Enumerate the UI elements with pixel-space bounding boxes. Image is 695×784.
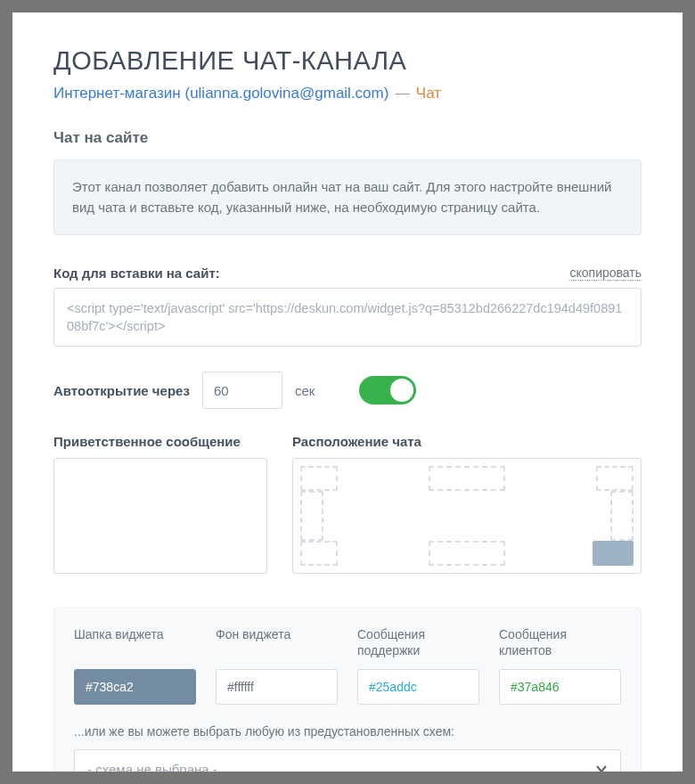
scheme-select[interactable]: - схема не выбрана -: [74, 749, 621, 772]
embed-code-section: Код для вставки на сайт: скопировать <sc…: [53, 265, 642, 347]
scheme-hint: ...или же вы можете выбрать любую из пре…: [74, 724, 621, 739]
auto-open-toggle[interactable]: [359, 376, 416, 404]
copy-code-link[interactable]: скопировать: [569, 265, 642, 281]
colors-panel: Шапка виджета #738ca2 Фон виджета #fffff…: [53, 608, 642, 772]
color-bg-label: Фон виджета: [216, 626, 338, 658]
breadcrumb: Интернет-магазин (ulianna.golovina@gmail…: [53, 85, 642, 102]
toggle-knob: [390, 379, 413, 402]
position-middle-left[interactable]: [300, 491, 323, 541]
position-middle-right[interactable]: [610, 491, 634, 541]
color-client-input[interactable]: #37a846: [499, 669, 621, 705]
page-title: ДОБАВЛЕНИЕ ЧАТ-КАНАЛА: [53, 46, 642, 76]
position-top-left[interactable]: [300, 466, 338, 491]
position-selected-indicator: [593, 541, 634, 566]
chat-position-label: Расположение чата: [292, 434, 642, 449]
section-heading: Чат на сайте: [53, 129, 642, 147]
embed-code-box[interactable]: <script type='text/javascript' src='http…: [53, 288, 642, 347]
settings-panel: ДОБАВЛЕНИЕ ЧАТ-КАНАЛА Интернет-магазин (…: [12, 12, 683, 772]
breadcrumb-separator: —: [395, 85, 410, 102]
color-client-label: Сообщения клиентов: [499, 626, 621, 658]
position-bottom-center[interactable]: [429, 541, 505, 566]
color-header-input[interactable]: #738ca2: [74, 669, 196, 705]
welcome-message-label: Приветственное сообщение: [53, 434, 267, 449]
position-bottom-left[interactable]: [300, 541, 338, 566]
auto-open-row: Автооткрытие через сек: [53, 372, 642, 409]
auto-open-seconds-input[interactable]: [202, 372, 282, 409]
chevron-down-icon: [595, 763, 608, 772]
breadcrumb-current: Чат: [416, 85, 441, 102]
color-header-label: Шапка виджета: [74, 626, 196, 658]
color-support-input[interactable]: #25addc: [357, 669, 479, 705]
scheme-select-placeholder: - схема не выбрана -: [87, 762, 217, 772]
auto-open-label: Автооткрытие через: [53, 383, 190, 398]
embed-code-label: Код для вставки на сайт:: [53, 265, 220, 281]
position-top-center[interactable]: [429, 466, 505, 491]
breadcrumb-link[interactable]: Интернет-магазин (ulianna.golovina@gmail…: [53, 85, 388, 102]
auto-open-unit: сек: [295, 383, 315, 398]
chat-position-picker: [292, 458, 642, 574]
info-description: Этот канал позволяет добавить онлайн чат…: [53, 159, 642, 235]
welcome-message-input[interactable]: [53, 458, 267, 574]
position-top-right[interactable]: [596, 466, 634, 491]
color-support-label: Сообщения поддержки: [357, 626, 479, 658]
color-bg-input[interactable]: #ffffff: [216, 669, 338, 705]
